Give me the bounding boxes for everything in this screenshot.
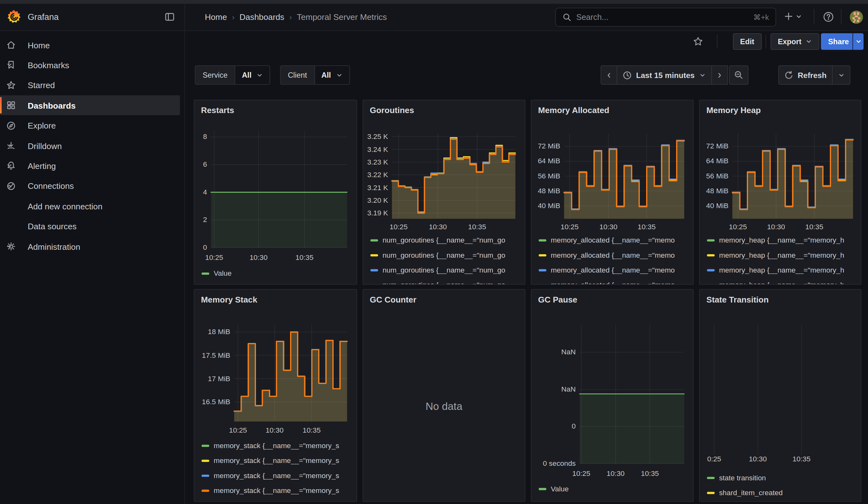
avatar[interactable] [850, 10, 863, 24]
sidebar-item-drilldown[interactable]: Drilldown [0, 136, 180, 156]
chevron-right-icon [716, 72, 723, 78]
legend-swatch [370, 239, 378, 241]
panel-title[interactable]: Restarts [201, 105, 234, 115]
breadcrumb-home[interactable]: Home [205, 12, 227, 22]
refresh-interval-button[interactable] [832, 65, 850, 85]
legend-item[interactable]: Value [202, 266, 354, 281]
y-axis-label: 56 MiB [700, 172, 728, 180]
panel-legend: memory_heap {__name__="memory_hmemory_he… [707, 233, 859, 284]
legend-label: num_goroutines {__name__="num_go [383, 236, 505, 244]
x-axis-label: 10:35 [793, 455, 810, 463]
legend-item[interactable]: shard_item_created [707, 485, 859, 500]
refresh-button[interactable]: Refresh [778, 65, 833, 85]
chevron-down-icon [336, 72, 342, 78]
chevron-down-icon [257, 72, 263, 78]
legend-item[interactable]: memory_stack {__name__="memory_s [202, 483, 354, 498]
panel-title[interactable]: GC Pause [538, 295, 577, 304]
sidebar-item-label: Bookmarks [28, 60, 70, 70]
legend-item[interactable]: memory_heap {__name__="memory_h [707, 233, 859, 248]
panel-title[interactable]: Memory Allocated [538, 105, 609, 115]
y-axis-label: 3.25 K [363, 132, 388, 141]
search-input[interactable]: Search... ⌘+k [555, 8, 776, 27]
home-icon [6, 40, 16, 50]
legend-item[interactable]: num_goroutines {__name__="num_go [370, 248, 523, 263]
sidebar-item-dashboards[interactable]: Dashboards [0, 95, 180, 115]
sidebar-item-label: Connections [28, 181, 74, 191]
legend-item[interactable]: num_goroutines {__name__="num_go [370, 233, 523, 248]
sidebar-item-administration[interactable]: Administration [0, 237, 180, 256]
panel-title[interactable]: Memory Stack [201, 295, 257, 304]
service-filter-value[interactable]: All [235, 66, 270, 84]
breadcrumb-dashboards[interactable]: Dashboards [240, 12, 285, 22]
legend-item[interactable]: num_goroutines {__name__="num_go [370, 278, 523, 284]
add-menu-button[interactable] [784, 12, 802, 21]
sidebar-item-data-sources[interactable]: Data sources [0, 216, 180, 236]
help-icon[interactable] [823, 11, 834, 23]
share-menu-button[interactable] [853, 33, 864, 50]
edit-button[interactable]: Edit [733, 33, 761, 50]
panel-title[interactable]: Memory Heap [706, 105, 761, 115]
sidebar-toggle-icon[interactable] [164, 12, 175, 22]
legend-item[interactable]: memory_stack {__name__="memory_s [202, 453, 354, 468]
panel-title[interactable]: Goroutines [370, 105, 414, 115]
x-axis-label: 10:25 [729, 223, 747, 231]
y-axis-label: 2 [194, 215, 207, 224]
panel-gc-counter: GC Counter No data [363, 289, 526, 502]
chevron-down-icon [855, 38, 862, 45]
legend-swatch [707, 492, 715, 494]
refresh-controls: Refresh [778, 65, 850, 85]
sidebar-item-label: Alerting [28, 161, 56, 171]
legend-item[interactable]: memory_allocated {__name__="memo [538, 233, 691, 248]
export-button[interactable]: Export [771, 33, 819, 50]
chevron-up-icon [6, 183, 13, 189]
legend-swatch [202, 272, 209, 275]
x-axis-label: 10:35 [638, 223, 655, 231]
y-axis-label: NaN [531, 348, 576, 356]
memory-heap-chart: 72 MiB64 MiB56 MiB48 MiB40 MiB10:2510:30… [700, 100, 861, 284]
legend-swatch [538, 254, 546, 256]
clock-icon [623, 71, 632, 80]
panel-legend: Value [202, 266, 354, 284]
chevron-down-icon [805, 38, 812, 45]
legend-item[interactable]: memory_stack {__name__="memory_s [202, 438, 354, 453]
x-axis-label: 10:30 [266, 426, 283, 434]
sidebar-item-label: Administration [28, 242, 81, 251]
sidebar-item-bookmarks[interactable]: Bookmarks [0, 55, 180, 75]
sidebar-item-add-new-connection[interactable]: Add new connection [0, 196, 180, 216]
legend-item[interactable]: memory_stack {__name__="memory_s [202, 468, 354, 483]
favorite-star-icon[interactable] [693, 37, 703, 47]
legend-item[interactable]: Value [538, 481, 691, 496]
legend-item[interactable]: memory_heap {__name__="memory_h [707, 278, 859, 284]
breadcrumb: Home › Dashboards › Temporal Server Metr… [205, 12, 387, 22]
legend-item[interactable]: memory_allocated {__name__="memo [538, 248, 691, 263]
panel-title[interactable]: State Transition [706, 295, 768, 304]
x-axis-label: 10:30 [429, 223, 447, 231]
legend-item[interactable]: memory_allocated {__name__="memo [538, 278, 691, 284]
sidebar-item-connections[interactable]: Connections [0, 176, 180, 196]
legend-swatch [538, 284, 546, 284]
client-filter-value[interactable]: All [315, 66, 349, 84]
legend-item[interactable]: num_goroutines {__name__="num_go [370, 263, 523, 277]
share-button[interactable]: Share [821, 33, 852, 50]
time-range-picker[interactable]: Last 15 minutes [617, 65, 712, 85]
legend-item[interactable]: state transition [707, 470, 859, 485]
legend-item[interactable]: memory_heap {__name__="memory_h [707, 263, 859, 277]
sidebar-item-label: Home [28, 40, 50, 50]
zoom-out-button[interactable] [729, 65, 748, 85]
legend-item[interactable]: memory_allocated {__name__="memo [538, 263, 691, 277]
y-axis-label: 4 [194, 188, 207, 196]
legend-swatch [707, 269, 715, 271]
time-shift-forward-button[interactable] [711, 65, 728, 85]
y-axis-label: 16.5 MiB [194, 398, 230, 406]
legend-item[interactable]: memory_heap {__name__="memory_h [707, 248, 859, 263]
search-shortcut: ⌘+k [753, 13, 769, 21]
sidebar-item-starred[interactable]: Starred [0, 75, 180, 95]
sidebar-item-explore[interactable]: Explore [0, 116, 180, 135]
brand-name: Grafana [28, 12, 59, 22]
time-shift-back-button[interactable] [601, 65, 617, 85]
panel-title[interactable]: GC Counter [370, 295, 417, 304]
sidebar-item-alerting[interactable]: Alerting [0, 156, 180, 176]
panel-memory-stack: Memory Stack 18 MiB17.5 MiB17 MiB16.5 Mi… [194, 289, 357, 502]
sidebar-item-home[interactable]: Home [0, 35, 180, 55]
sidebar-item-label: Dashboards [28, 101, 76, 110]
